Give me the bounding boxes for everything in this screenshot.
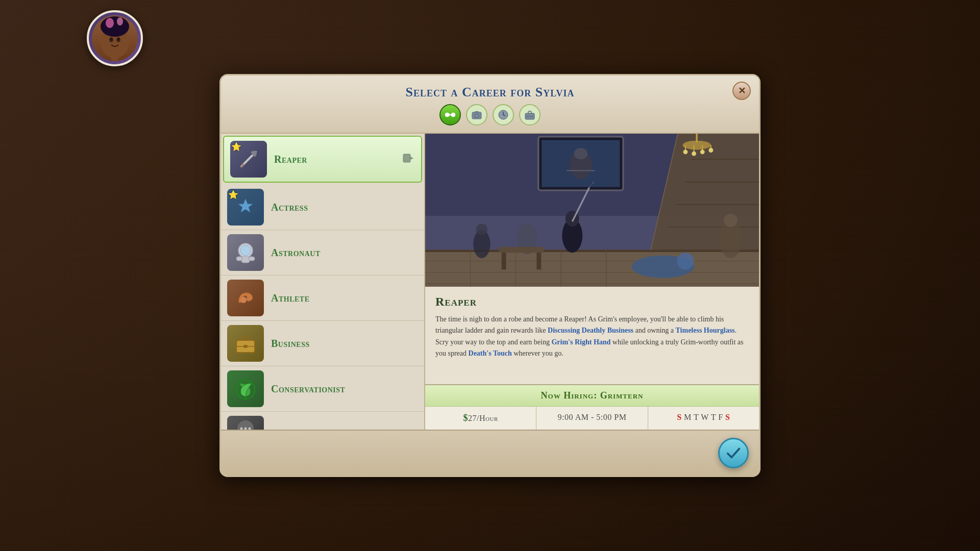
svg-point-7: [117, 38, 120, 41]
svg-point-63: [708, 148, 713, 153]
svg-point-11: [476, 115, 478, 117]
svg-rect-21: [403, 154, 410, 162]
career-name-actress: Actress: [271, 202, 308, 213]
career-list: ⭐ Reaper: [221, 134, 425, 430]
career-detail: Reaper The time is nigh to don a robe an…: [425, 134, 759, 430]
athlete-svg: [233, 286, 258, 310]
svg-rect-8: [111, 55, 118, 61]
svg-rect-32: [243, 345, 248, 348]
filter-schedule[interactable]: [493, 104, 514, 126]
career-item-athlete[interactable]: Athlete: [221, 276, 424, 321]
highlight-1: Discussing Deathly Business: [548, 327, 633, 334]
svg-rect-28: [249, 257, 255, 261]
svg-point-77: [677, 253, 694, 269]
svg-rect-26: [241, 257, 250, 263]
modal-header: Select a Career for Sylvia: [221, 76, 759, 134]
career-item-actress[interactable]: ⭐ Actress: [221, 185, 424, 230]
svg-point-52: [574, 148, 588, 159]
svg-point-81: [476, 224, 487, 235]
career-item-reaper[interactable]: ⭐ Reaper: [223, 136, 422, 183]
hiring-stats: $27/Hour 9:00 AM - 5:00 PM S M T W T F S: [425, 407, 759, 430]
svg-marker-22: [410, 157, 413, 160]
avatar: [87, 10, 143, 66]
highlight-4: Death's Touch: [469, 349, 512, 357]
modal-title: Select a Career for Sylvia: [231, 85, 749, 100]
svg-rect-64: [425, 250, 759, 287]
career-icon-astronaut: [227, 234, 264, 271]
filter-all[interactable]: [439, 104, 461, 126]
career-icon-more: [227, 416, 264, 430]
star-badge-reaper: ⭐: [231, 142, 241, 152]
career-icon-actress: ⭐: [227, 189, 264, 226]
filter-careers[interactable]: [519, 104, 541, 126]
svg-rect-84: [502, 253, 506, 269]
career-image: [425, 134, 759, 287]
career-icon-athlete: [227, 280, 264, 316]
modal-body: ⭐ Reaper: [221, 134, 759, 430]
business-svg: [233, 331, 258, 356]
scene-svg: [425, 134, 759, 287]
highlight-2: Timeless Hourglass: [676, 327, 735, 334]
modal-footer: [221, 430, 759, 475]
svg-marker-23: [238, 199, 253, 212]
astronaut-svg: [233, 240, 258, 265]
svg-rect-12: [475, 111, 479, 113]
star-badge-actress: ⭐: [228, 190, 238, 199]
svg-rect-83: [499, 247, 544, 253]
svg-point-79: [724, 214, 738, 228]
career-name-astronaut: Astronaut: [271, 247, 321, 259]
hiring-days: S M T W T F S: [648, 407, 759, 430]
career-icon-conservationist: [227, 370, 264, 407]
svg-rect-27: [236, 257, 242, 261]
hiring-panel: Now Hiring: Grimtern $27/Hour 9:00 AM - …: [425, 384, 759, 430]
career-item-more[interactable]: [221, 412, 424, 430]
career-item-astronaut[interactable]: Astronaut: [221, 230, 424, 276]
clock-icon: [498, 109, 509, 120]
day-m: M: [684, 413, 694, 421]
more-icon: [236, 419, 255, 430]
day-s2: S: [725, 413, 730, 421]
conservationist-svg: [233, 377, 258, 401]
career-modal: Select a Career for Sylvia: [219, 74, 761, 477]
svg-point-57: [683, 149, 688, 154]
svg-point-1: [101, 16, 129, 37]
career-item-business[interactable]: Business: [221, 321, 424, 366]
day-f: F: [718, 413, 725, 421]
career-desc-area: Reaper The time is nigh to don a robe an…: [425, 287, 759, 384]
day-w: W: [701, 413, 711, 421]
svg-point-3: [117, 17, 123, 26]
career-name-conservationist: Conservationist: [271, 383, 345, 395]
svg-point-59: [692, 152, 696, 156]
svg-point-6: [110, 38, 113, 41]
wage-amount: 27/Hour: [468, 414, 498, 422]
svg-point-61: [700, 149, 705, 154]
briefcase-icon: [524, 109, 535, 120]
day-t1: T: [694, 413, 701, 421]
day-s1: S: [677, 413, 681, 421]
svg-point-25: [240, 245, 251, 256]
career-action-reaper: [403, 153, 414, 166]
hiring-banner: Now Hiring: Grimtern: [425, 385, 759, 407]
career-name-reaper: Reaper: [274, 154, 307, 165]
career-icon-reaper: ⭐: [230, 141, 267, 178]
confirm-button[interactable]: [718, 438, 749, 468]
svg-rect-85: [536, 253, 541, 269]
career-detail-title: Reaper: [435, 295, 749, 309]
career-icon-business: [227, 325, 264, 362]
career-description: The time is nigh to don a robe and becom…: [435, 314, 749, 360]
hiring-wage: $27/Hour: [425, 407, 536, 430]
avatar-face: [92, 15, 138, 61]
wage-symbol: $: [463, 413, 469, 423]
infinity-icon: [444, 109, 456, 121]
career-item-conservationist[interactable]: Conservationist: [221, 366, 424, 412]
svg-point-17: [503, 114, 504, 115]
svg-point-2: [106, 18, 114, 28]
hiring-hours: 9:00 AM - 5:00 PM: [536, 407, 648, 430]
highlight-3: Grim's Right Hand: [551, 338, 610, 346]
filter-work[interactable]: [466, 104, 487, 126]
day-t2: T: [711, 413, 718, 421]
camera-icon: [471, 109, 482, 120]
close-button[interactable]: ✕: [732, 82, 751, 100]
camera-play-icon: [403, 153, 414, 164]
career-name-business: Business: [271, 338, 310, 349]
